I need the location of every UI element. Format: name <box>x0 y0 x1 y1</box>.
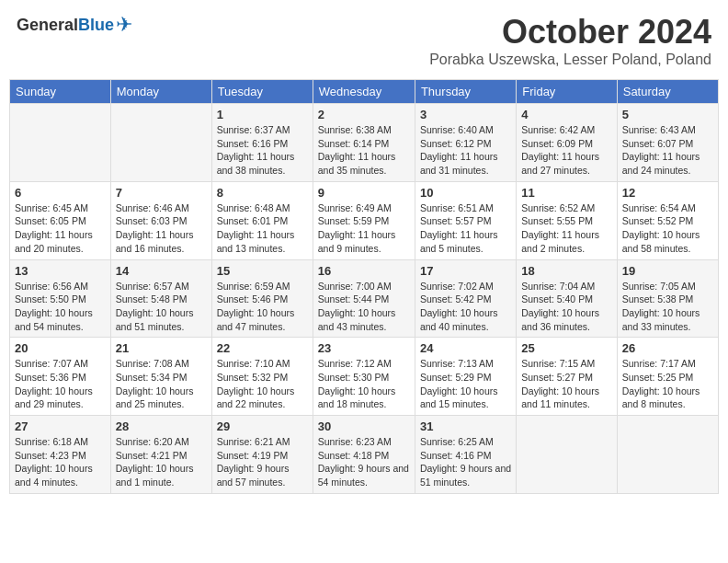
calendar-cell: 4Sunrise: 6:42 AMSunset: 6:09 PMDaylight… <box>517 104 617 182</box>
calendar-table: SundayMondayTuesdayWednesdayThursdayFrid… <box>9 79 719 494</box>
calendar-cell: 2Sunrise: 6:38 AMSunset: 6:14 PMDaylight… <box>313 104 415 182</box>
day-number: 11 <box>521 186 611 200</box>
calendar-cell: 14Sunrise: 6:57 AMSunset: 5:48 PMDayligh… <box>110 259 211 338</box>
day-info: Sunrise: 6:40 AMSunset: 6:12 PMDaylight:… <box>420 123 511 178</box>
col-header-thursday: Thursday <box>415 80 516 104</box>
day-info: Sunrise: 6:20 AMSunset: 4:21 PMDaylight:… <box>116 435 207 489</box>
logo-bird-icon: ✈ <box>116 13 132 37</box>
col-header-monday: Monday <box>110 80 211 104</box>
calendar-week-row: 20Sunrise: 7:07 AMSunset: 5:36 PMDayligh… <box>10 338 719 416</box>
day-info: Sunrise: 6:45 AMSunset: 6:05 PMDaylight:… <box>15 201 106 256</box>
calendar-cell: 28Sunrise: 6:20 AMSunset: 4:21 PMDayligh… <box>110 416 211 494</box>
day-info: Sunrise: 7:02 AMSunset: 5:42 PMDaylight:… <box>420 280 511 334</box>
day-number: 28 <box>116 419 207 433</box>
day-info: Sunrise: 7:12 AMSunset: 5:30 PMDaylight:… <box>318 357 410 411</box>
calendar-cell: 27Sunrise: 6:18 AMSunset: 4:23 PMDayligh… <box>10 416 111 494</box>
calendar-cell: 10Sunrise: 6:51 AMSunset: 5:57 PMDayligh… <box>415 181 516 259</box>
day-info: Sunrise: 7:07 AMSunset: 5:36 PMDaylight:… <box>15 357 106 411</box>
day-info: Sunrise: 7:00 AMSunset: 5:44 PMDaylight:… <box>318 280 410 334</box>
calendar-week-row: 27Sunrise: 6:18 AMSunset: 4:23 PMDayligh… <box>10 416 719 494</box>
calendar-cell: 30Sunrise: 6:23 AMSunset: 4:18 PMDayligh… <box>313 416 415 494</box>
day-number: 26 <box>622 341 713 355</box>
day-number: 21 <box>116 341 207 355</box>
logo-general-text: General <box>17 16 78 35</box>
location-subtitle: Porabka Uszewska, Lesser Poland, Poland <box>429 52 711 68</box>
day-number: 22 <box>217 341 308 355</box>
day-number: 12 <box>622 186 713 200</box>
calendar-cell: 22Sunrise: 7:10 AMSunset: 5:32 PMDayligh… <box>211 338 313 416</box>
day-number: 17 <box>420 264 511 278</box>
day-info: Sunrise: 6:46 AMSunset: 6:03 PMDaylight:… <box>116 201 207 256</box>
calendar-cell: 29Sunrise: 6:21 AMSunset: 4:19 PMDayligh… <box>211 416 313 494</box>
calendar-cell: 5Sunrise: 6:43 AMSunset: 6:07 PMDaylight… <box>617 104 718 182</box>
title-section: October 2024 Porabka Uszewska, Lesser Po… <box>429 13 711 68</box>
day-number: 29 <box>217 419 308 433</box>
day-number: 19 <box>622 264 713 278</box>
logo: General Blue ✈ <box>17 13 132 37</box>
day-info: Sunrise: 7:10 AMSunset: 5:32 PMDaylight:… <box>217 357 308 411</box>
day-info: Sunrise: 6:56 AMSunset: 5:50 PMDaylight:… <box>15 280 106 334</box>
day-info: Sunrise: 6:54 AMSunset: 5:52 PMDaylight:… <box>622 201 713 256</box>
col-header-saturday: Saturday <box>617 80 718 104</box>
calendar-cell: 1Sunrise: 6:37 AMSunset: 6:16 PMDaylight… <box>211 104 313 182</box>
day-info: Sunrise: 6:59 AMSunset: 5:46 PMDaylight:… <box>217 280 308 334</box>
calendar-cell: 3Sunrise: 6:40 AMSunset: 6:12 PMDaylight… <box>415 104 516 182</box>
day-info: Sunrise: 6:57 AMSunset: 5:48 PMDaylight:… <box>116 280 207 334</box>
calendar-cell: 26Sunrise: 7:17 AMSunset: 5:25 PMDayligh… <box>617 338 718 416</box>
day-number: 10 <box>420 186 511 200</box>
day-info: Sunrise: 7:08 AMSunset: 5:34 PMDaylight:… <box>116 357 207 411</box>
calendar-week-row: 6Sunrise: 6:45 AMSunset: 6:05 PMDaylight… <box>10 181 719 259</box>
day-number: 9 <box>318 186 410 200</box>
calendar-cell <box>617 416 718 494</box>
calendar-cell: 18Sunrise: 7:04 AMSunset: 5:40 PMDayligh… <box>517 259 617 338</box>
day-number: 27 <box>15 419 106 433</box>
calendar-cell <box>10 104 111 182</box>
day-number: 13 <box>15 264 106 278</box>
day-info: Sunrise: 7:17 AMSunset: 5:25 PMDaylight:… <box>622 357 713 411</box>
calendar-cell: 17Sunrise: 7:02 AMSunset: 5:42 PMDayligh… <box>415 259 516 338</box>
calendar-cell: 24Sunrise: 7:13 AMSunset: 5:29 PMDayligh… <box>415 338 516 416</box>
day-number: 24 <box>420 341 511 355</box>
day-number: 8 <box>217 186 308 200</box>
day-info: Sunrise: 6:21 AMSunset: 4:19 PMDaylight:… <box>217 435 308 489</box>
day-number: 1 <box>217 108 308 121</box>
calendar-cell: 21Sunrise: 7:08 AMSunset: 5:34 PMDayligh… <box>110 338 211 416</box>
calendar-cell: 8Sunrise: 6:48 AMSunset: 6:01 PMDaylight… <box>211 181 313 259</box>
day-info: Sunrise: 6:38 AMSunset: 6:14 PMDaylight:… <box>318 123 410 178</box>
day-info: Sunrise: 6:49 AMSunset: 5:59 PMDaylight:… <box>318 201 410 256</box>
calendar-cell: 23Sunrise: 7:12 AMSunset: 5:30 PMDayligh… <box>313 338 415 416</box>
calendar-cell: 16Sunrise: 7:00 AMSunset: 5:44 PMDayligh… <box>313 259 415 338</box>
calendar-cell: 20Sunrise: 7:07 AMSunset: 5:36 PMDayligh… <box>10 338 111 416</box>
logo-blue-text: Blue <box>78 16 114 35</box>
day-number: 2 <box>318 108 410 121</box>
calendar-week-row: 13Sunrise: 6:56 AMSunset: 5:50 PMDayligh… <box>10 259 719 338</box>
day-info: Sunrise: 6:51 AMSunset: 5:57 PMDaylight:… <box>420 201 511 256</box>
calendar-cell: 31Sunrise: 6:25 AMSunset: 4:16 PMDayligh… <box>415 416 516 494</box>
day-number: 31 <box>420 419 511 433</box>
day-info: Sunrise: 7:05 AMSunset: 5:38 PMDaylight:… <box>622 280 713 334</box>
day-info: Sunrise: 6:23 AMSunset: 4:18 PMDaylight:… <box>318 435 410 489</box>
day-info: Sunrise: 7:15 AMSunset: 5:27 PMDaylight:… <box>521 357 611 411</box>
calendar-header-row: SundayMondayTuesdayWednesdayThursdayFrid… <box>10 80 719 104</box>
calendar-week-row: 1Sunrise: 6:37 AMSunset: 6:16 PMDaylight… <box>10 104 719 182</box>
calendar-cell: 15Sunrise: 6:59 AMSunset: 5:46 PMDayligh… <box>211 259 313 338</box>
day-info: Sunrise: 7:13 AMSunset: 5:29 PMDaylight:… <box>420 357 511 411</box>
calendar-cell: 19Sunrise: 7:05 AMSunset: 5:38 PMDayligh… <box>617 259 718 338</box>
day-number: 25 <box>521 341 611 355</box>
day-number: 4 <box>521 108 611 121</box>
page-header: General Blue ✈ October 2024 Porabka Usze… <box>9 9 719 72</box>
calendar-cell <box>517 416 617 494</box>
day-info: Sunrise: 6:18 AMSunset: 4:23 PMDaylight:… <box>15 435 106 489</box>
day-number: 15 <box>217 264 308 278</box>
col-header-friday: Friday <box>517 80 617 104</box>
day-info: Sunrise: 6:43 AMSunset: 6:07 PMDaylight:… <box>622 123 713 178</box>
day-info: Sunrise: 6:25 AMSunset: 4:16 PMDaylight:… <box>420 435 511 489</box>
day-number: 16 <box>318 264 410 278</box>
day-number: 3 <box>420 108 511 121</box>
day-number: 6 <box>15 186 106 200</box>
day-info: Sunrise: 6:52 AMSunset: 5:55 PMDaylight:… <box>521 201 611 256</box>
day-info: Sunrise: 6:48 AMSunset: 6:01 PMDaylight:… <box>217 201 308 256</box>
calendar-cell: 9Sunrise: 6:49 AMSunset: 5:59 PMDaylight… <box>313 181 415 259</box>
day-number: 18 <box>521 264 611 278</box>
calendar-cell: 13Sunrise: 6:56 AMSunset: 5:50 PMDayligh… <box>10 259 111 338</box>
